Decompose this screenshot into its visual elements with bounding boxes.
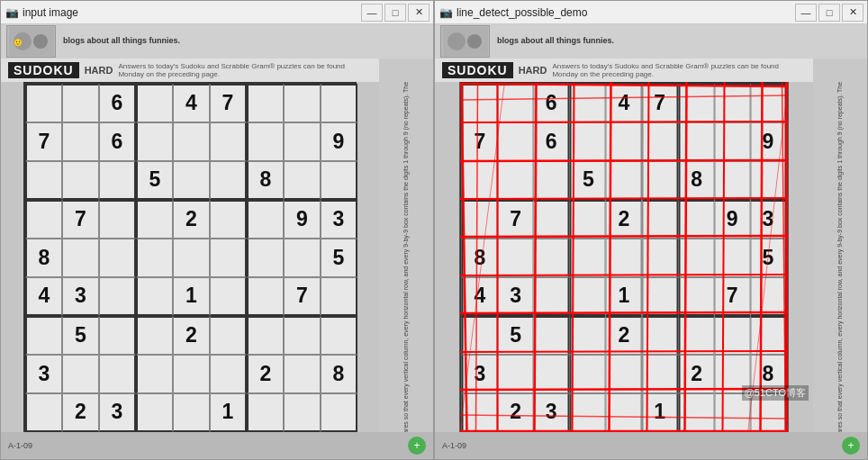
sudoku-cell: 7 [284, 277, 321, 316]
sudoku-cell [173, 161, 210, 200]
left-close-btn[interactable]: ✕ [408, 4, 429, 22]
sudoku-cell [173, 393, 210, 432]
sudoku-title-left: SUDOKU [8, 62, 79, 78]
svg-point-5 [448, 32, 466, 50]
svg-point-2 [33, 34, 48, 49]
sudoku-cell: 9 [321, 122, 357, 161]
svg-line-32 [748, 82, 789, 433]
sudoku-cell [321, 393, 357, 432]
right-sudoku-grid-area: 64776958729385431752328231 [435, 82, 813, 432]
right-image-content: blogs about all things funnies. SUDOKU H… [435, 24, 867, 459]
newspaper-text-left: blogs about all things funnies. [63, 36, 180, 47]
svg-line-30 [460, 415, 789, 419]
red-lines-overlay [460, 82, 789, 433]
sudoku-cell: 1 [210, 393, 247, 432]
sudoku-cell: 3 [62, 277, 99, 316]
sudoku-cell [99, 161, 136, 200]
svg-line-24 [460, 351, 789, 352]
right-minimize-btn[interactable]: — [795, 4, 817, 22]
right-close-btn[interactable]: ✕ [842, 4, 863, 22]
sudoku-cell: 2 [173, 200, 210, 239]
sudoku-cell: 7 [210, 84, 247, 122]
sudoku-cell [284, 316, 321, 355]
sudoku-cell: 2 [173, 316, 210, 355]
svg-line-15 [761, 82, 763, 432]
svg-line-29 [460, 95, 789, 100]
bottom-bar-right: A-1-09 + [435, 432, 867, 459]
sudoku-cell [99, 200, 136, 239]
left-image-content: 🙂 blogs about all things funnies. SUDOKU… [1, 24, 433, 459]
sudoku-difficulty-right: HARD [519, 65, 547, 76]
svg-line-11 [610, 82, 611, 432]
sudoku-cell [247, 84, 284, 122]
sudoku-cell [25, 316, 62, 355]
sudoku-cell [136, 200, 173, 239]
newspaper-top-right: blogs about all things funnies. [435, 24, 867, 59]
sudoku-title-right: SUDOKU [442, 62, 513, 78]
bottom-code-right: A-1-09 [442, 441, 466, 450]
svg-line-14 [723, 82, 725, 432]
sudoku-cell [136, 122, 173, 161]
sudoku-cell: 8 [25, 239, 62, 277]
left-minimize-btn[interactable]: — [361, 4, 383, 22]
sudoku-cell [25, 200, 62, 239]
sudoku-header-right: SUDOKU HARD Answers to today's Sudoku an… [435, 59, 813, 82]
nav-btn-left[interactable]: + [408, 437, 426, 455]
svg-line-13 [685, 82, 687, 432]
sudoku-difficulty-left: HARD [85, 65, 113, 76]
right-window-title: line_detect_possible_demo [457, 6, 795, 19]
sudoku-cell: 3 [99, 393, 136, 432]
side-text-inner-right: Fill in the blank squares so that every … [836, 82, 845, 432]
sudoku-cell: 5 [321, 239, 357, 277]
sudoku-subtitle-right: Answers to today's Sudoku and Scrabble G… [552, 62, 806, 78]
svg-line-18 [460, 122, 789, 122]
sudoku-cell [136, 316, 173, 355]
svg-line-9 [535, 83, 537, 432]
svg-line-20 [460, 198, 789, 199]
sudoku-cell: 5 [62, 316, 99, 355]
left-sudoku-image: 🙂 blogs about all things funnies. SUDOKU… [1, 24, 433, 459]
right-title-controls[interactable]: — □ ✕ [795, 4, 863, 22]
sudoku-cell [321, 277, 357, 316]
sudoku-cell [99, 316, 136, 355]
sudoku-cell [284, 161, 321, 200]
newspaper-top-left: 🙂 blogs about all things funnies. [1, 24, 433, 59]
sudoku-cell [210, 200, 247, 239]
sudoku-cell [247, 316, 284, 355]
right-sudoku-image: blogs about all things funnies. SUDOKU H… [435, 24, 867, 459]
sudoku-cell: 4 [25, 277, 62, 316]
sudoku-cell [210, 239, 247, 277]
right-window: 📷 line_detect_possible_demo — □ ✕ [434, 0, 868, 460]
sudoku-cell [247, 277, 284, 316]
sudoku-cell [99, 239, 136, 277]
sudoku-cell [25, 84, 62, 122]
sudoku-cell [321, 161, 357, 200]
sudoku-cell: 3 [321, 200, 357, 239]
right-maximize-btn[interactable]: □ [818, 4, 840, 22]
sudoku-cell: 8 [321, 355, 357, 393]
svg-line-19 [460, 160, 789, 161]
left-maximize-btn[interactable]: □ [384, 4, 406, 22]
svg-line-25 [460, 389, 789, 390]
sudoku-cell [62, 84, 99, 122]
sudoku-grid-area-left: 64776958729385431752328231 [1, 82, 379, 432]
sudoku-cell [136, 277, 173, 316]
nav-btn-right[interactable]: + [842, 437, 860, 455]
sudoku-cell [284, 393, 321, 432]
sudoku-cell: 7 [62, 200, 99, 239]
sudoku-cell [62, 122, 99, 161]
cartoon-right [440, 25, 490, 58]
svg-text:🙂: 🙂 [14, 38, 23, 47]
svg-line-27 [476, 82, 478, 433]
cartoon-left: 🙂 [6, 25, 56, 58]
left-title-controls[interactable]: — □ ✕ [361, 4, 429, 22]
svg-line-22 [460, 275, 789, 275]
sudoku-cell [247, 122, 284, 161]
svg-line-17 [460, 84, 789, 86]
sudoku-cell: 2 [247, 355, 284, 393]
sudoku-cell: 9 [284, 200, 321, 239]
right-title-bar: 📷 line_detect_possible_demo — □ ✕ [435, 1, 867, 24]
sudoku-cell [321, 316, 357, 355]
right-grid-wrapper: 64776958729385431752328231 [460, 82, 789, 433]
right-window-icon: 📷 [439, 5, 453, 20]
